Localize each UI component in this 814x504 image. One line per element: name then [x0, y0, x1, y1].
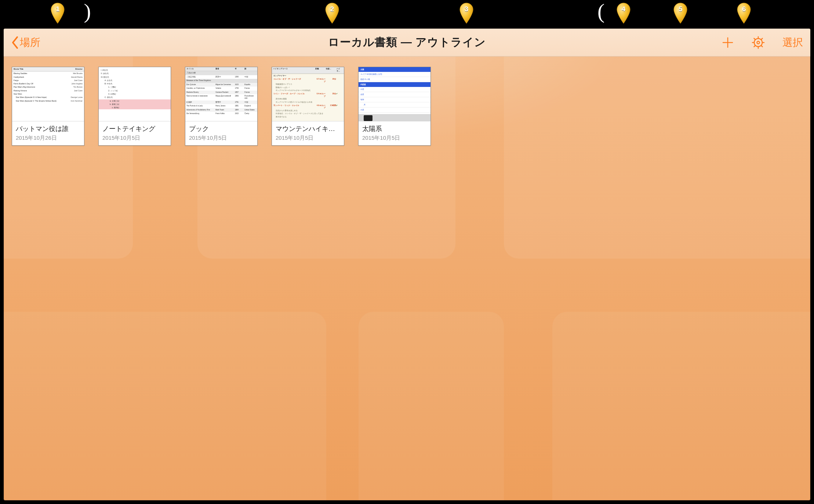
paren-left: ( — [597, 1, 604, 22]
navbar: 場所 ローカル書類 — アウトライン — [4, 29, 810, 56]
document-item[interactable]: Movie TitleDirector Blazing SaddlesMel B… — [12, 67, 84, 146]
select-button[interactable]: 選択 — [782, 36, 803, 50]
page-title: ローカル書類 — アウトライン — [328, 35, 486, 50]
marker-2: 2 — [324, 2, 340, 24]
svg-line-9 — [754, 45, 756, 47]
marker-6: 6 — [736, 2, 752, 24]
document-title: マウンテンハイキング — [276, 124, 340, 133]
document-item[interactable]: タイトル著者年国 三国志演義 三国志演義羅貫中1390中国 Releases o… — [185, 67, 258, 146]
chevron-left-icon — [11, 36, 19, 49]
document-date: 2015年10月5日 — [189, 135, 254, 142]
nav-right: 選択 — [722, 36, 803, 50]
document-thumbnail: I. 四生代 II. 原生代 III. 顕生代 A. 古生代 B. 中生代 1.… — [99, 67, 171, 121]
gear-icon — [752, 36, 765, 49]
document-thumbnail: Movie TitleDirector Blazing SaddlesMel B… — [12, 67, 84, 121]
document-title: ノートテイキング — [102, 124, 167, 133]
marker-3: 3 — [458, 2, 475, 24]
document-item[interactable]: ハイキングコース距離往復…ハイキ… ロングマイヤー トレイル・オブ・ザ・シャドー… — [272, 67, 344, 146]
document-title: ブック — [189, 124, 254, 133]
document-date: 2015年10月26日 — [16, 135, 80, 142]
svg-line-7 — [761, 45, 763, 47]
app-window: 場所 ローカル書類 — アウトライン — [4, 29, 810, 500]
svg-point-1 — [757, 41, 760, 44]
marker-1: 1 — [50, 2, 66, 24]
annotation-strip: ) ( 1 2 3 4 5 6 — [0, 0, 814, 29]
settings-button[interactable] — [752, 36, 765, 49]
svg-line-8 — [761, 38, 763, 40]
back-button[interactable]: 場所 — [11, 36, 40, 50]
document-grid: Movie TitleDirector Blazing SaddlesMel B… — [4, 56, 810, 156]
document-date: 2015年10月5日 — [102, 135, 167, 142]
document-title: 太陽系 — [362, 124, 427, 133]
marker-4: 4 — [615, 2, 632, 24]
document-item[interactable]: 太陽 タイプ G2 黄色矮星に分類 惑星 8 の母 内惑星 水星 金星 地球 月… — [358, 67, 431, 146]
paren-right: ) — [84, 1, 91, 22]
document-thumbnail: タイトル著者年国 三国志演義 三国志演義羅貫中1390中国 Releases o… — [185, 67, 257, 121]
svg-line-6 — [754, 38, 756, 40]
document-title: バットマン役は誰 — [16, 124, 80, 133]
document-thumbnail: 太陽 タイプ G2 黄色矮星に分類 惑星 8 の母 内惑星 水星 金星 地球 月… — [359, 67, 430, 121]
document-item[interactable]: I. 四生代 II. 原生代 III. 顕生代 A. 古生代 B. 中生代 1.… — [98, 67, 171, 146]
back-label: 場所 — [20, 36, 40, 50]
document-thumbnail: ハイキングコース距離往復…ハイキ… ロングマイヤー トレイル・オブ・ザ・シャドー… — [272, 67, 344, 121]
document-date: 2015年10月5日 — [276, 135, 340, 142]
plus-icon — [722, 36, 734, 49]
add-button[interactable] — [722, 36, 734, 49]
document-date: 2015年10月5日 — [362, 135, 427, 142]
marker-5: 5 — [672, 2, 688, 24]
